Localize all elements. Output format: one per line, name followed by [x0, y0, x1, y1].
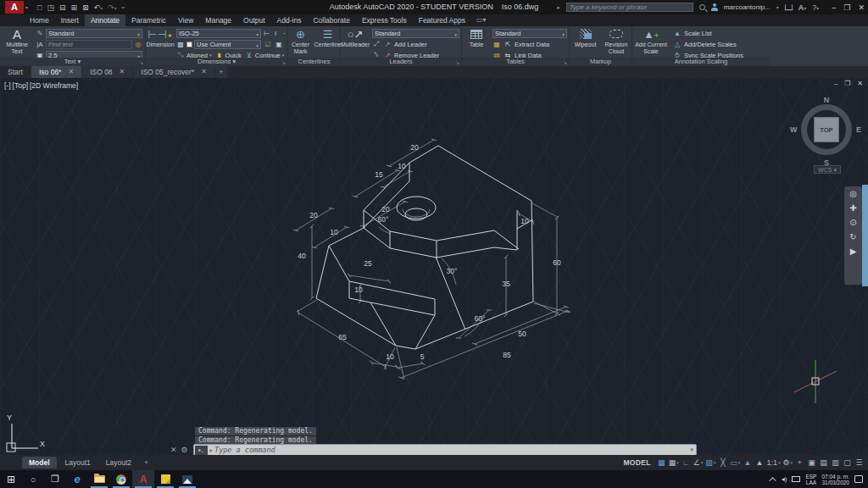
tray-expand-icon[interactable]: [769, 477, 776, 484]
customization-menu-toggle[interactable]: ☰: [854, 457, 865, 469]
extract-data-button[interactable]: Extract Data: [515, 41, 549, 48]
action-center-icon[interactable]: [854, 475, 863, 483]
dim-check-icon[interactable]: ☑: [264, 41, 272, 48]
dimension-button[interactable]: ⊢⊣✶ Dimension: [146, 27, 175, 58]
layout-tab-layout2[interactable]: Layout2: [99, 457, 138, 469]
drawing-minimize-icon[interactable]: –: [834, 80, 837, 87]
autocad-logo-icon[interactable]: A: [5, 1, 24, 14]
close-button[interactable]: ✕: [858, 3, 865, 12]
drawing-restore-icon[interactable]: ❐: [844, 80, 850, 87]
app-store-cart-icon[interactable]: [785, 4, 793, 10]
wipeout-button[interactable]: Wipeout: [571, 27, 599, 58]
dim-layer-select[interactable]: Use Current▾: [194, 40, 261, 49]
keyboard-language[interactable]: ESPLAA: [805, 474, 816, 485]
panel-label-text[interactable]: Text ▾↘: [0, 58, 145, 66]
signed-in-user[interactable]: marcoantonip...: [724, 3, 771, 11]
view-cube[interactable]: N S W E TOP: [795, 93, 858, 171]
file-tab-start[interactable]: Start: [0, 66, 31, 78]
ribbon-tab-featured-apps[interactable]: Featured Apps: [413, 14, 471, 26]
annotation-visibility-toggle[interactable]: ▲: [742, 457, 753, 469]
ribbon-tab-output[interactable]: Output: [237, 14, 271, 26]
dim-update-icon[interactable]: ▣: [275, 41, 283, 48]
revision-cloud-button[interactable]: Revision Cloud: [602, 27, 631, 58]
logo-dropdown-icon[interactable]: ▾: [25, 4, 28, 10]
viewcube-north[interactable]: N: [795, 96, 858, 104]
cortana-search-button[interactable]: ○: [22, 470, 44, 488]
panel-label-annotation-scaling[interactable]: Annotation Scaling: [632, 58, 770, 66]
add-delete-scales-button[interactable]: Add/Delete Scales: [684, 41, 737, 48]
dim-space-icon[interactable]: I: [272, 30, 278, 37]
account-icon[interactable]: [711, 3, 718, 11]
drawing-area[interactable]: 2010152060°201040251030°10603560°5085651…: [0, 78, 868, 455]
object-snap-toggle[interactable]: ▭▾: [729, 457, 741, 469]
isodraft-toggle[interactable]: ▨▾: [704, 457, 716, 469]
centerline-button[interactable]: ☰ Centerline: [314, 27, 342, 58]
annotation-scale-toggle[interactable]: 1:1▾: [765, 457, 781, 469]
grid-display-toggle[interactable]: ▦: [656, 457, 667, 469]
command-expand-icon[interactable]: ▾: [690, 446, 693, 453]
user-dropdown-icon[interactable]: ▾: [776, 4, 779, 10]
photos-icon[interactable]: [176, 470, 198, 488]
undo-icon[interactable]: ↶▾: [94, 3, 103, 12]
autocad-taskbar-icon[interactable]: A: [132, 470, 154, 488]
dim-style-select[interactable]: ISO-25▾: [176, 29, 261, 38]
save-icon[interactable]: ⊟: [59, 3, 66, 12]
plot-icon[interactable]: ⊠: [82, 3, 89, 12]
chrome-icon[interactable]: [110, 470, 132, 488]
file-tab-iso-08[interactable]: ISO 08✕: [82, 66, 132, 78]
docked-palette-strip[interactable]: [862, 185, 868, 286]
file-tab-close-icon[interactable]: ✕: [68, 66, 74, 78]
autoscale-toggle[interactable]: ▲: [754, 457, 765, 469]
clock[interactable]: 07:04 p. m.31/03/2020: [821, 474, 849, 485]
command-prompt-icon[interactable]: ▸_: [195, 446, 208, 455]
ribbon-display-options-icon[interactable]: ▭▾: [471, 14, 492, 26]
qat-customize-icon[interactable]: ▾: [122, 4, 125, 10]
graphics-performance-toggle[interactable]: ▥: [830, 457, 841, 469]
ortho-mode-toggle[interactable]: ∟: [681, 457, 692, 469]
find-magnifier-icon[interactable]: ◎: [134, 41, 142, 48]
file-tab-close-icon[interactable]: ✕: [120, 66, 125, 78]
ribbon-tab-manage[interactable]: Manage: [199, 14, 237, 26]
find-text-input[interactable]: Find text: [46, 40, 132, 49]
command-line[interactable]: ▸_ ▾ Type a command ▾: [193, 444, 697, 455]
polar-tracking-toggle[interactable]: ∠▾: [693, 457, 704, 469]
new-drawing-tab-button[interactable]: +: [215, 66, 227, 78]
command-customize-icon[interactable]: ⚙: [181, 446, 188, 454]
search-icon[interactable]: [699, 4, 705, 10]
panel-label-dimensions[interactable]: Dimensions ▾↘: [146, 58, 287, 66]
ribbon-tab-insert[interactable]: Insert: [55, 14, 85, 26]
start-button[interactable]: ⊞: [0, 470, 22, 488]
panel-label-tables[interactable]: Tables↘: [462, 58, 569, 66]
pan-icon[interactable]: ✚: [849, 204, 856, 213]
new-layout-button[interactable]: +: [140, 458, 153, 467]
isolate-objects-toggle[interactable]: ▤: [818, 457, 829, 469]
leader-collect-icon[interactable]: ⤢: [372, 40, 381, 48]
open-file-icon[interactable]: ◳: [47, 3, 54, 12]
ribbon-tab-view[interactable]: View: [172, 14, 199, 26]
ribbon-tab-express-tools[interactable]: Express Tools: [356, 14, 413, 26]
clean-screen-toggle[interactable]: ▢: [842, 457, 853, 469]
annotation-monitor-toggle[interactable]: +: [794, 457, 805, 469]
command-close-icon[interactable]: ✕: [170, 446, 177, 454]
layout-tab-model[interactable]: Model: [22, 457, 57, 469]
ribbon-tab-add-ins[interactable]: Add-ins: [271, 14, 308, 26]
quick-properties-toggle[interactable]: ▣: [806, 457, 817, 469]
show-motion-icon[interactable]: ▶: [850, 247, 857, 256]
command-input[interactable]: Type a command: [214, 446, 275, 454]
recent-commands-icon[interactable]: ▾: [209, 447, 212, 453]
drawing-close-icon[interactable]: ✕: [857, 80, 863, 87]
mleader-style-select[interactable]: Standard▾: [372, 29, 459, 38]
save-as-icon[interactable]: ⊞: [71, 3, 78, 12]
help-search-input[interactable]: Type a keyword or phrase: [566, 3, 693, 12]
object-snap-tracking-toggle[interactable]: ╳: [717, 457, 728, 469]
ribbon-tab-home[interactable]: Home: [24, 14, 55, 26]
add-current-scale-button[interactable]: ▲+ Add Current Scale: [634, 27, 668, 58]
search-expand-icon[interactable]: ▸: [557, 4, 560, 11]
autodesk-app-icon[interactable]: A▾: [798, 3, 807, 12]
viewcube-east[interactable]: E: [856, 125, 861, 134]
restore-button[interactable]: ❐: [843, 3, 850, 12]
viewcube-west[interactable]: W: [790, 125, 798, 134]
redo-icon[interactable]: ↷▾: [108, 3, 117, 12]
workspace-switching-toggle[interactable]: ⚙▾: [782, 457, 793, 469]
snap-mode-toggle[interactable]: ▦▾: [668, 457, 680, 469]
